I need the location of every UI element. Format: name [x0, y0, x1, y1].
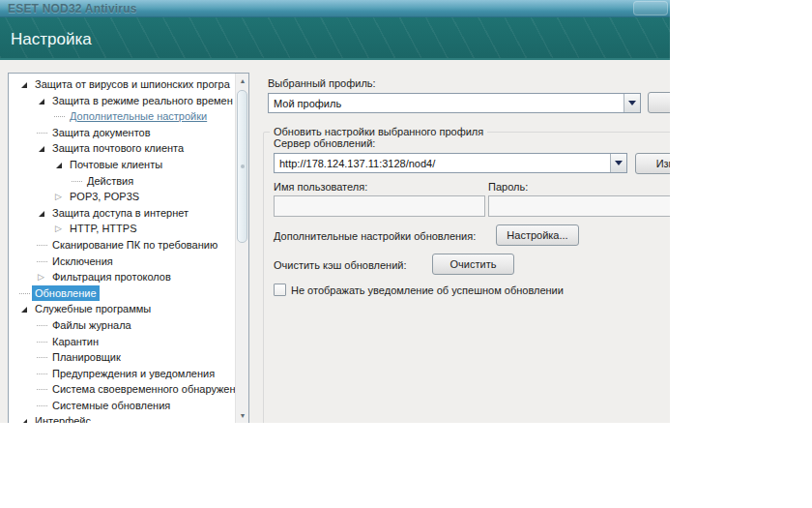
window-title: ESET NOD32 Antivirus — [8, 2, 137, 15]
username-field[interactable] — [274, 195, 485, 217]
expanded-arrow-icon — [36, 140, 49, 157]
page-title: Настройка — [11, 30, 92, 49]
expanded-arrow-icon — [18, 413, 32, 423]
tree-item[interactable]: Сканирование ПК по требованию — [9, 237, 237, 254]
tree-item[interactable]: Система своевременного обнаружен — [9, 381, 237, 398]
tree-item-label: Файлы журнала — [49, 317, 134, 334]
tree-item-label: Обновление — [32, 285, 100, 302]
tree-connector — [36, 349, 49, 366]
tree-item-label: Карантин — [49, 334, 102, 350]
tree-connector — [71, 173, 84, 190]
window-controls[interactable] — [633, 1, 668, 15]
tree-connector — [36, 254, 49, 270]
tree-item[interactable]: Защита в режиме реального времен — [9, 93, 237, 109]
tree-item[interactable]: Предупреждения и уведомления — [9, 366, 237, 382]
expanded-arrow-icon — [36, 93, 49, 109]
tree-connector — [36, 334, 49, 350]
tree-item[interactable]: Файлы журнала — [9, 317, 237, 334]
hide-success-notification-checkbox[interactable] — [274, 284, 286, 296]
update-settings-groupbox: Обновить настройки выбранного профиля — [263, 132, 670, 423]
tree-item[interactable]: Планировщик — [9, 349, 237, 366]
tree-item-label: Действия — [84, 173, 136, 190]
settings-tree-panel: Защита от вирусов и шпионских програ Защ… — [8, 73, 249, 423]
tree-item[interactable]: Защита документов — [9, 125, 237, 141]
tree-item[interactable]: Служебные программы — [9, 301, 237, 317]
tree-item[interactable]: Защита почтового клиента — [9, 140, 237, 157]
username-label: Имя пользователя: — [274, 181, 367, 193]
eset-settings-window: ESET NOD32 Antivirus Настройка Защита от… — [0, 0, 670, 423]
password-field[interactable] — [488, 195, 670, 217]
tree-item-label: Сканирование ПК по требованию — [49, 237, 220, 254]
scroll-up-icon[interactable]: ▲ — [236, 74, 249, 88]
tree-item[interactable]: HTTP, HTTPS — [9, 221, 237, 237]
change-server-button[interactable]: Изме — [635, 153, 670, 174]
scrollbar-thumb[interactable] — [237, 90, 247, 243]
tree-item-label: Интерфейс — [32, 413, 94, 423]
tree-item[interactable]: Исключения — [9, 254, 237, 270]
advanced-update-label: Дополнительные настройки обновления: — [274, 230, 476, 242]
tree-item-label: HTTP, HTTPS — [67, 221, 139, 237]
tree-connector — [36, 398, 49, 414]
tree-connector — [18, 285, 32, 302]
tree-item-label: Защита почтового клиента — [49, 140, 187, 157]
settings-tree: Защита от вирусов и шпионских програ Защ… — [9, 76, 237, 423]
tree-item-label: Защита документов — [49, 125, 154, 141]
tree-item-label: Защита в режиме реального времен — [49, 93, 236, 109]
chevron-down-icon[interactable] — [610, 154, 626, 172]
expanded-arrow-icon — [36, 205, 49, 222]
content-area: Защита от вирусов и шпионских програ Защ… — [0, 60, 670, 423]
hide-success-notification-label: Не отображать уведомление об успешном об… — [291, 284, 564, 296]
tree-item[interactable]: POP3, POP3S — [9, 189, 237, 205]
tree-connector — [36, 366, 49, 382]
tree-item[interactable]: Интерфейс — [9, 413, 237, 423]
selected-profile-label: Выбранный профиль: — [268, 77, 376, 89]
tree-item[interactable]: Обновление — [9, 285, 237, 302]
collapsed-arrow-icon — [53, 221, 67, 237]
tree-item-label: Почтовые клиенты — [67, 157, 165, 173]
tree-item-label: Система своевременного обнаружен — [49, 381, 237, 398]
tree-connector — [53, 108, 67, 125]
tree-item-label: Предупреждения и уведомления — [49, 366, 218, 382]
clear-cache-label: Очистить кэш обновлений: — [274, 259, 407, 271]
scroll-down-icon[interactable]: ▼ — [236, 408, 249, 423]
tree-connector — [36, 317, 49, 334]
tree-item[interactable]: Дополнительные настройки — [9, 108, 237, 125]
tree-item-label: Фильтрация протоколов — [49, 269, 174, 285]
tree-item-label: Защита от вирусов и шпионских програ — [32, 76, 233, 93]
tree-scrollbar[interactable]: ▲ ▼ — [235, 74, 248, 423]
tree-connector — [36, 125, 49, 141]
tree-item[interactable]: Защита доступа в интернет — [9, 205, 237, 222]
tree-item-label: Защита доступа в интернет — [49, 205, 191, 222]
tree-item-label: Служебные программы — [32, 301, 154, 317]
tree-item-label: POP3, POP3S — [67, 189, 142, 205]
advanced-settings-button[interactable]: Настройка... — [496, 224, 579, 246]
profiles-button[interactable]: Пр — [648, 92, 670, 113]
tree-item-label: Исключения — [49, 254, 116, 270]
tree-item-label: Дополнительные настройки — [67, 108, 210, 125]
update-server-value: http://178.124.137.11:3128/nod4/ — [275, 158, 610, 169]
update-server-combobox[interactable]: http://178.124.137.11:3128/nod4/ — [274, 153, 627, 173]
clear-cache-button[interactable]: Очистить — [432, 254, 514, 275]
update-server-label: Сервер обновлений: — [274, 137, 375, 149]
tree-item[interactable]: Действия — [9, 173, 237, 190]
expanded-arrow-icon — [18, 301, 32, 317]
profile-combobox[interactable]: Мой профиль — [268, 93, 641, 113]
tree-item[interactable]: Системные обновления — [9, 398, 237, 414]
page-header: Настройка — [0, 17, 670, 60]
tree-item-label: Системные обновления — [49, 398, 173, 414]
collapsed-arrow-icon — [53, 189, 67, 205]
titlebar: ESET NOD32 Antivirus — [0, 0, 670, 17]
tree-item-label: Планировщик — [49, 349, 124, 366]
scrollbar-grip-icon — [241, 164, 245, 168]
expanded-arrow-icon — [18, 76, 32, 93]
tree-item[interactable]: Защита от вирусов и шпионских програ — [9, 76, 237, 93]
tree-item[interactable]: Карантин — [9, 334, 237, 350]
expanded-arrow-icon — [53, 157, 67, 173]
chevron-down-icon[interactable] — [624, 94, 640, 112]
tree-connector — [36, 381, 49, 398]
collapsed-arrow-icon — [36, 269, 49, 285]
groupbox-title: Обновить настройки выбранного профиля — [270, 126, 487, 137]
tree-item[interactable]: Почтовые клиенты — [9, 157, 237, 173]
tree-item[interactable]: Фильтрация протоколов — [9, 269, 237, 285]
password-label: Пароль: — [488, 181, 528, 193]
